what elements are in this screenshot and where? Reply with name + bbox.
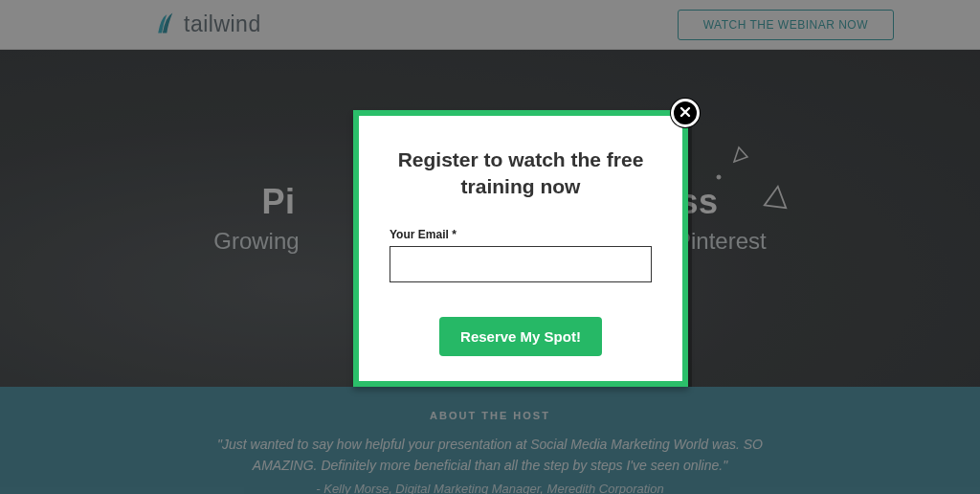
svg-marker-1 (765, 187, 786, 208)
decor-triangle-icon (731, 146, 750, 165)
svg-point-2 (717, 175, 721, 179)
testimonial-quote: "Just wanted to say how helpful your pre… (193, 435, 787, 476)
hero-subtitle-right: Pinterest (676, 228, 767, 254)
register-modal: Register to watch the free training now … (353, 110, 688, 387)
hero-subtitle-left: Growing (213, 228, 299, 254)
decor-triangle-icon (762, 184, 789, 211)
site-header: tailwind WATCH THE WEBINAR NOW (0, 0, 980, 50)
email-field[interactable] (390, 246, 652, 282)
decor-dot-icon (714, 172, 724, 182)
tailwind-icon (153, 11, 178, 39)
email-label: Your Email * (390, 228, 652, 241)
testimonial-section: ABOUT THE HOST "Just wanted to say how h… (0, 387, 980, 494)
svg-marker-0 (734, 147, 747, 162)
watch-webinar-button[interactable]: WATCH THE WEBINAR NOW (678, 10, 894, 40)
modal-title: Register to watch the free training now (390, 146, 652, 201)
reserve-spot-button[interactable]: Reserve My Spot! (439, 317, 602, 356)
about-host-heading: ABOUT THE HOST (86, 410, 894, 421)
testimonial-attribution: - Kelly Morse, Digital Marketing Manager… (86, 482, 894, 494)
close-button[interactable] (671, 99, 700, 127)
hero-title-left: Pi (261, 182, 295, 221)
close-icon (679, 104, 691, 122)
brand-name: tailwind (184, 11, 261, 37)
brand-logo[interactable]: tailwind (153, 11, 261, 39)
